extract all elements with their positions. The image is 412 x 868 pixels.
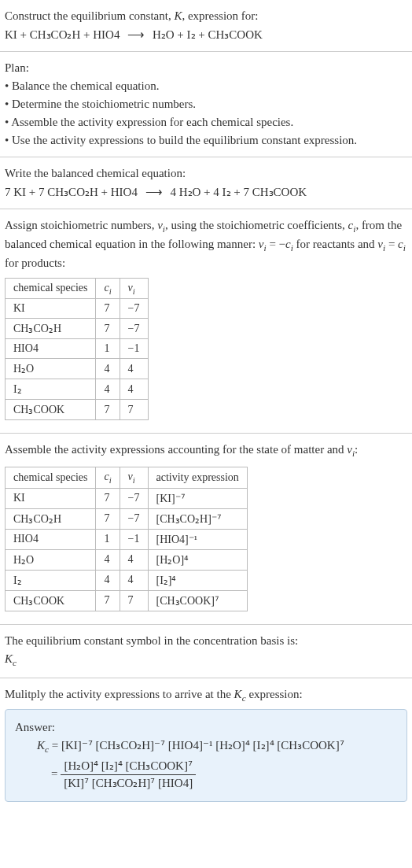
stoich-numbers-section: Assign stoichiometric numbers, νi, using… — [0, 209, 412, 434]
table-row: KI7−7 — [6, 299, 149, 319]
col-activity: activity expression — [148, 467, 247, 489]
balanced-eq-label: Write the balanced chemical equation: — [5, 165, 407, 182]
table-row: HIO41−1[HIO4]⁻¹ — [6, 529, 248, 549]
plan-bullet-2: • Determine the stoichiometric numbers. — [5, 96, 407, 113]
answer-label: Answer: — [15, 719, 397, 736]
table-row: CH₃COOK77 — [6, 400, 149, 420]
arrow-icon: ⟶ — [123, 28, 149, 41]
answer-box: Answer: Kc = [KI]⁻⁷ [CH₃CO₂H]⁻⁷ [HIO4]⁻¹… — [5, 709, 407, 802]
plan-bullet-3: • Assemble the activity expression for e… — [5, 114, 407, 131]
stoich-table: chemical species ci νi KI7−7 CH₃CO₂H7−7 … — [5, 278, 149, 421]
table-row: CH₃CO₂H7−7[CH₃CO₂H]⁻⁷ — [6, 508, 248, 529]
balanced-equation: 7 KI + 7 CH₃CO₂H + HIO4 ⟶ 4 H₂O + 4 I₂ +… — [5, 185, 407, 199]
fraction: [H₂O]⁴ [I₂]⁴ [CH₃COOK]⁷ [KI]⁷ [CH₃CO₂H]⁷… — [61, 758, 196, 792]
table-row: CH₃COOK77[CH₃COOK]⁷ — [6, 590, 248, 611]
kc-symbol-text: The equilibrium constant symbol in the c… — [5, 633, 407, 649]
balanced-right: 4 H₂O + 4 I₂ + 7 CH₃COOK — [170, 186, 307, 198]
table-header-row: chemical species ci νi — [6, 278, 149, 299]
table-row: CH₃CO₂H7−7 — [6, 319, 149, 339]
prompt-section: Construct the equilibrium constant, K, e… — [0, 0, 412, 52]
col-species: chemical species — [6, 278, 96, 299]
kc-symbol-section: The equilibrium constant symbol in the c… — [0, 625, 412, 678]
col-ci: ci — [96, 467, 120, 489]
stoich-intro: Assign stoichiometric numbers, νi, using… — [5, 217, 407, 271]
arrow-icon: ⟶ — [141, 186, 167, 198]
plan-section: Plan: • Balance the chemical equation. •… — [0, 52, 412, 157]
activity-intro: Assemble the activity expressions accoun… — [5, 441, 407, 460]
kc-symbol: Kc — [5, 651, 407, 670]
unbalanced-equation: KI + CH₃CO₂H + HIO4 ⟶ H₂O + I₂ + CH₃COOK — [5, 28, 407, 42]
col-vi: νi — [120, 467, 148, 489]
multiply-line: Mulitply the activity expressions to arr… — [5, 686, 407, 705]
activity-table: chemical species ci νi activity expressi… — [5, 467, 248, 611]
final-section: Mulitply the activity expressions to arr… — [0, 678, 412, 815]
table-row: HIO41−1 — [6, 339, 149, 359]
fraction-numerator: [H₂O]⁴ [I₂]⁴ [CH₃COOK]⁷ — [61, 758, 196, 775]
plan-bullet-4: • Use the activity expressions to build … — [5, 132, 407, 149]
activity-section: Assemble the activity expressions accoun… — [0, 434, 412, 625]
kc-expression: Kc = [KI]⁻⁷ [CH₃CO₂H]⁻⁷ [HIO4]⁻¹ [H₂O]⁴ … — [15, 737, 397, 756]
table-row: H₂O44[H₂O]⁴ — [6, 549, 248, 570]
table-row: I₂44[I₂]⁴ — [6, 570, 248, 590]
equals-sign: = — [51, 767, 57, 780]
table-row: I₂44 — [6, 379, 149, 400]
col-vi: νi — [120, 278, 148, 299]
balanced-left: 7 KI + 7 CH₃CO₂H + HIO4 — [5, 186, 138, 198]
eq-right: H₂O + I₂ + CH₃COOK — [153, 28, 263, 41]
plan-label: Plan: — [5, 60, 407, 76]
kc-fraction: = [H₂O]⁴ [I₂]⁴ [CH₃COOK]⁷ [KI]⁷ [CH₃CO₂H… — [15, 758, 397, 792]
table-row: H₂O44 — [6, 359, 149, 379]
prompt-line: Construct the equilibrium constant, K, e… — [5, 8, 407, 24]
table-header-row: chemical species ci νi activity expressi… — [6, 467, 248, 489]
plan-bullet-1: • Balance the chemical equation. — [5, 78, 407, 94]
balanced-eq-section: Write the balanced chemical equation: 7 … — [0, 157, 412, 209]
fraction-denominator: [KI]⁷ [CH₃CO₂H]⁷ [HIO4] — [61, 775, 196, 792]
col-species: chemical species — [6, 467, 96, 489]
table-row: KI7−7[KI]⁻⁷ — [6, 488, 248, 508]
col-ci: ci — [96, 278, 120, 299]
eq-left: KI + CH₃CO₂H + HIO4 — [5, 28, 120, 41]
